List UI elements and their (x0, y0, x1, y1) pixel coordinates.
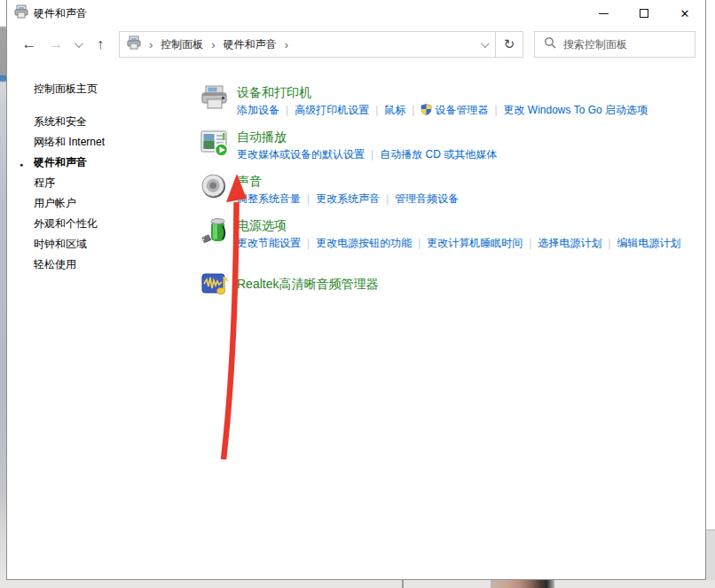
sidebar-item-control-panel-home[interactable]: 控制面板主页 (7, 79, 200, 99)
link-mouse[interactable]: 鼠标 (384, 104, 420, 116)
link-label: 鼠标 (384, 104, 405, 116)
navigation-bar: 控制面板 硬件和声音 搜索控制面板 (7, 27, 705, 62)
sidebar-item-hardware-sound[interactable]: 硬件和声音 (7, 153, 200, 173)
background-strip-bottom (0, 580, 715, 588)
sidebar-item-label: 外观和个性化 (34, 217, 98, 230)
section-title-realtek[interactable]: Realtek高清晰音频管理器 (237, 276, 378, 293)
link-label: 调整系统音量 (237, 192, 301, 205)
close-icon (680, 5, 690, 21)
main-content: 设备和打印机 添加设备高级打印机设置鼠标设备管理器更改 Windows To G… (200, 62, 705, 579)
link-add-device[interactable]: 添加设备 (237, 104, 295, 116)
link-device-manager[interactable]: 设备管理器 (420, 104, 503, 116)
printer-icon (200, 84, 229, 113)
section-links: 更改节能设置更改电源按钮的功能更改计算机睡眠时间选择电源计划编辑电源计划 (237, 236, 681, 251)
link-edit-power-plan[interactable]: 编辑电源计划 (617, 237, 681, 249)
sidebar-item-network-internet[interactable]: 网络和 Internet (7, 132, 200, 153)
sidebar-item-clock-region[interactable]: 时钟和区域 (7, 234, 200, 255)
printer-icon (14, 4, 28, 22)
sidebar-item-programs[interactable]: 程序 (7, 173, 200, 193)
breadcrumb-chevron-icon[interactable] (211, 36, 215, 52)
minimize-icon (599, 13, 609, 14)
forward-button[interactable] (44, 35, 67, 53)
link-manage-audio-devices[interactable]: 管理音频设备 (395, 192, 459, 205)
link-choose-power-plan[interactable]: 选择电源计划 (538, 237, 617, 249)
link-label: 管理音频设备 (395, 192, 459, 205)
back-button[interactable] (18, 35, 41, 53)
printer-icon (127, 35, 141, 53)
link-label: 编辑电源计划 (617, 237, 681, 249)
link-advanced-printer-setup[interactable]: 高级打印机设置 (295, 104, 384, 116)
link-label: 更改媒体或设备的默认设置 (237, 148, 365, 161)
up-arrow-icon (97, 36, 104, 52)
sidebar-item-label: 控制面板主页 (34, 82, 98, 95)
sidebar-item-label: 系统和安全 (34, 115, 87, 128)
breadcrumb-hardware-and-sound[interactable]: 硬件和声音 (224, 37, 277, 52)
search-box[interactable]: 搜索控制面板 (534, 31, 695, 58)
link-label: 添加设备 (237, 104, 279, 116)
window-body: 控制面板主页 系统和安全 网络和 Internet 硬件和声音 程序 用户帐户 … (7, 62, 705, 579)
up-button[interactable] (89, 36, 112, 52)
section-autoplay: 自动播放 更改媒体或设备的默认设置自动播放 CD 或其他媒体 (200, 129, 705, 162)
maximize-button[interactable] (624, 0, 664, 27)
section-links: 更改媒体或设备的默认设置自动播放 CD 或其他媒体 (237, 147, 497, 162)
link-change-system-sounds[interactable]: 更改系统声音 (316, 192, 395, 205)
link-change-default-media-settings[interactable]: 更改媒体或设备的默认设置 (237, 148, 380, 161)
sidebar-item-user-accounts[interactable]: 用户帐户 (7, 193, 200, 214)
close-button[interactable] (664, 0, 705, 27)
breadcrumb-control-panel[interactable]: 控制面板 (161, 37, 203, 52)
link-label: 更改节能设置 (237, 237, 301, 249)
breadcrumb-chevron-icon[interactable] (149, 36, 153, 52)
sidebar-item-system-security[interactable]: 系统和安全 (7, 112, 200, 132)
section-body: 自动播放 更改媒体或设备的默认设置自动播放 CD 或其他媒体 (237, 129, 497, 162)
sidebar-item-label: 时钟和区域 (34, 238, 87, 250)
background-area-right (706, 0, 715, 588)
link-label: 高级打印机设置 (295, 104, 369, 116)
chevron-down-icon (74, 39, 82, 48)
link-change-power-saving-settings[interactable]: 更改节能设置 (237, 237, 316, 249)
link-play-cds-automatically[interactable]: 自动播放 CD 或其他媒体 (380, 148, 497, 161)
link-label: 更改计算机睡眠时间 (427, 237, 522, 249)
section-title-sound[interactable]: 声音 (237, 173, 459, 190)
address-bar[interactable]: 控制面板 硬件和声音 (119, 31, 523, 58)
sidebar-item-appearance-personalization[interactable]: 外观和个性化 (7, 214, 200, 234)
autoplay-icon (200, 129, 229, 157)
search-icon (544, 36, 556, 52)
background-photo-fragment (491, 580, 554, 588)
minimize-button[interactable] (583, 0, 624, 27)
speaker-icon (200, 173, 229, 201)
breadcrumb-chevron-icon[interactable] (285, 36, 288, 52)
caption-buttons (583, 0, 705, 27)
sidebar-item-label: 程序 (34, 176, 55, 189)
back-arrow-icon (22, 35, 37, 53)
section-title-power-options[interactable]: 电源选项 (237, 217, 681, 234)
recent-pages-button[interactable] (69, 42, 85, 48)
chevron-down-icon (480, 39, 489, 48)
refresh-icon (504, 36, 515, 52)
refresh-button[interactable] (496, 36, 522, 52)
link-windows-to-go[interactable]: 更改 Windows To Go 启动选项 (504, 104, 648, 116)
section-title-autoplay[interactable]: 自动播放 (237, 129, 497, 145)
section-title-devices-printers[interactable]: 设备和打印机 (237, 84, 648, 101)
link-adjust-system-volume[interactable]: 调整系统音量 (237, 192, 316, 205)
window-title: 硬件和声音 (34, 6, 87, 21)
forward-arrow-icon (49, 35, 64, 53)
section-sound: 声音 调整系统音量更改系统声音管理音频设备 (200, 173, 705, 207)
maximize-icon (640, 9, 648, 18)
link-label: 更改 Windows To Go 启动选项 (504, 104, 648, 116)
sidebar-item-label: 轻松使用 (34, 258, 76, 270)
titlebar: 硬件和声音 (7, 0, 705, 27)
link-change-power-button-function[interactable]: 更改电源按钮的功能 (316, 237, 427, 249)
section-links: 调整系统音量更改系统声音管理音频设备 (237, 192, 459, 207)
background-divider (402, 580, 404, 588)
section-links: 添加设备高级打印机设置鼠标设备管理器更改 Windows To Go 启动选项 (237, 103, 648, 118)
section-body: 设备和打印机 添加设备高级打印机设置鼠标设备管理器更改 Windows To G… (237, 84, 648, 118)
link-change-sleep-time[interactable]: 更改计算机睡眠时间 (427, 237, 538, 249)
control-panel-window: 硬件和声音 控制面板 硬件和声音 (6, 0, 706, 580)
link-label: 选择电源计划 (538, 237, 601, 249)
link-label: 设备管理器 (435, 104, 488, 116)
address-dropdown-button[interactable] (472, 42, 495, 48)
realtek-icon (200, 270, 229, 298)
sidebar-item-ease-of-access[interactable]: 轻松使用 (7, 255, 200, 275)
search-placeholder: 搜索控制面板 (563, 37, 627, 52)
sidebar-item-label: 硬件和声音 (34, 156, 87, 169)
